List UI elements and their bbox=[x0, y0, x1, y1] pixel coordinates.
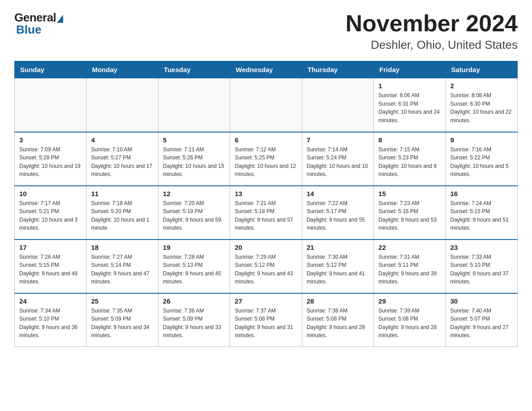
day-number: 24 bbox=[19, 297, 82, 305]
day-info: Sunrise: 7:18 AMSunset: 5:20 PMDaylight:… bbox=[91, 199, 153, 232]
table-row: 13Sunrise: 7:21 AMSunset: 5:18 PMDayligh… bbox=[230, 186, 302, 240]
day-info: Sunrise: 7:22 AMSunset: 5:17 PMDaylight:… bbox=[307, 199, 369, 232]
table-row: 17Sunrise: 7:26 AMSunset: 5:15 PMDayligh… bbox=[15, 240, 86, 293]
table-row: 5Sunrise: 7:11 AMSunset: 5:26 PMDaylight… bbox=[158, 132, 230, 186]
day-number: 7 bbox=[307, 136, 369, 144]
day-info: Sunrise: 7:37 AMSunset: 5:08 PMDaylight:… bbox=[235, 307, 297, 340]
day-info: Sunrise: 8:06 AMSunset: 6:31 PMDaylight:… bbox=[378, 91, 441, 124]
calendar-week-row: 10Sunrise: 7:17 AMSunset: 5:21 PMDayligh… bbox=[15, 186, 518, 240]
day-info: Sunrise: 7:27 AMSunset: 5:14 PMDaylight:… bbox=[91, 253, 153, 286]
day-number: 21 bbox=[307, 244, 369, 251]
col-saturday: Saturday bbox=[446, 61, 517, 78]
table-row: 12Sunrise: 7:20 AMSunset: 5:19 PMDayligh… bbox=[158, 186, 230, 240]
col-thursday: Thursday bbox=[302, 61, 373, 78]
day-number: 17 bbox=[19, 244, 82, 251]
day-number: 25 bbox=[91, 297, 153, 305]
day-info: Sunrise: 7:30 AMSunset: 5:12 PMDaylight:… bbox=[307, 253, 369, 286]
table-row: 27Sunrise: 7:37 AMSunset: 5:08 PMDayligh… bbox=[230, 293, 302, 347]
day-number: 16 bbox=[450, 190, 513, 197]
calendar-subtitle: Deshler, Ohio, United States bbox=[346, 38, 518, 52]
day-info: Sunrise: 7:12 AMSunset: 5:25 PMDaylight:… bbox=[235, 146, 297, 179]
logo-blue-text: Blue bbox=[16, 23, 41, 37]
day-info: Sunrise: 7:26 AMSunset: 5:15 PMDaylight:… bbox=[19, 253, 82, 286]
day-number: 20 bbox=[235, 244, 297, 251]
day-info: Sunrise: 7:28 AMSunset: 5:13 PMDaylight:… bbox=[163, 253, 225, 286]
table-row: 30Sunrise: 7:40 AMSunset: 5:07 PMDayligh… bbox=[446, 293, 517, 347]
table-row bbox=[230, 78, 302, 132]
day-number: 10 bbox=[19, 190, 82, 197]
day-info: Sunrise: 7:40 AMSunset: 5:07 PMDaylight:… bbox=[450, 307, 513, 340]
table-row: 28Sunrise: 7:38 AMSunset: 5:08 PMDayligh… bbox=[302, 293, 373, 347]
day-info: Sunrise: 7:35 AMSunset: 5:09 PMDaylight:… bbox=[91, 307, 153, 340]
day-number: 9 bbox=[450, 136, 513, 144]
col-tuesday: Tuesday bbox=[158, 61, 230, 78]
table-row: 16Sunrise: 7:24 AMSunset: 5:15 PMDayligh… bbox=[446, 186, 517, 240]
calendar-title: November 2024 bbox=[346, 11, 518, 36]
calendar-week-row: 17Sunrise: 7:26 AMSunset: 5:15 PMDayligh… bbox=[15, 240, 518, 293]
table-row bbox=[86, 78, 158, 132]
table-row: 9Sunrise: 7:16 AMSunset: 5:22 PMDaylight… bbox=[446, 132, 517, 186]
day-info: Sunrise: 7:39 AMSunset: 5:08 PMDaylight:… bbox=[378, 307, 441, 340]
calendar-table: Sunday Monday Tuesday Wednesday Thursday… bbox=[14, 61, 518, 347]
day-number: 13 bbox=[235, 190, 297, 197]
day-number: 6 bbox=[235, 136, 297, 144]
day-info: Sunrise: 7:11 AMSunset: 5:26 PMDaylight:… bbox=[163, 146, 225, 179]
table-row: 24Sunrise: 7:34 AMSunset: 5:10 PMDayligh… bbox=[15, 293, 86, 347]
table-row: 26Sunrise: 7:36 AMSunset: 5:09 PMDayligh… bbox=[158, 293, 230, 347]
calendar-week-row: 3Sunrise: 7:09 AMSunset: 5:28 PMDaylight… bbox=[15, 132, 518, 186]
day-number: 2 bbox=[450, 82, 513, 90]
day-info: Sunrise: 7:34 AMSunset: 5:10 PMDaylight:… bbox=[19, 307, 82, 340]
table-row: 20Sunrise: 7:29 AMSunset: 5:12 PMDayligh… bbox=[230, 240, 302, 293]
col-friday: Friday bbox=[374, 61, 446, 78]
table-row: 6Sunrise: 7:12 AMSunset: 5:25 PMDaylight… bbox=[230, 132, 302, 186]
day-info: Sunrise: 7:38 AMSunset: 5:08 PMDaylight:… bbox=[307, 307, 369, 340]
table-row: 3Sunrise: 7:09 AMSunset: 5:28 PMDaylight… bbox=[15, 132, 86, 186]
day-number: 29 bbox=[378, 297, 441, 305]
day-info: Sunrise: 7:20 AMSunset: 5:19 PMDaylight:… bbox=[163, 199, 225, 232]
table-row bbox=[15, 78, 86, 132]
table-row: 11Sunrise: 7:18 AMSunset: 5:20 PMDayligh… bbox=[86, 186, 158, 240]
table-row: 8Sunrise: 7:15 AMSunset: 5:23 PMDaylight… bbox=[374, 132, 446, 186]
day-number: 4 bbox=[91, 136, 153, 144]
calendar-week-row: 24Sunrise: 7:34 AMSunset: 5:10 PMDayligh… bbox=[15, 293, 518, 347]
table-row: 29Sunrise: 7:39 AMSunset: 5:08 PMDayligh… bbox=[374, 293, 446, 347]
table-row bbox=[302, 78, 373, 132]
table-row: 25Sunrise: 7:35 AMSunset: 5:09 PMDayligh… bbox=[86, 293, 158, 347]
day-info: Sunrise: 7:33 AMSunset: 5:10 PMDaylight:… bbox=[450, 253, 513, 286]
col-wednesday: Wednesday bbox=[230, 61, 302, 78]
table-row: 7Sunrise: 7:14 AMSunset: 5:24 PMDaylight… bbox=[302, 132, 373, 186]
table-row: 22Sunrise: 7:31 AMSunset: 5:11 PMDayligh… bbox=[374, 240, 446, 293]
table-row: 2Sunrise: 8:08 AMSunset: 6:30 PMDaylight… bbox=[446, 78, 517, 132]
day-number: 14 bbox=[307, 190, 369, 197]
col-sunday: Sunday bbox=[15, 61, 86, 78]
day-info: Sunrise: 7:23 AMSunset: 5:16 PMDaylight:… bbox=[378, 199, 441, 232]
table-row: 1Sunrise: 8:06 AMSunset: 6:31 PMDaylight… bbox=[374, 78, 446, 132]
day-info: Sunrise: 7:29 AMSunset: 5:12 PMDaylight:… bbox=[235, 253, 297, 286]
day-number: 1 bbox=[378, 82, 441, 90]
table-row: 15Sunrise: 7:23 AMSunset: 5:16 PMDayligh… bbox=[374, 186, 446, 240]
day-number: 12 bbox=[163, 190, 225, 197]
day-number: 23 bbox=[450, 244, 513, 251]
day-number: 8 bbox=[378, 136, 441, 144]
day-info: Sunrise: 7:24 AMSunset: 5:15 PMDaylight:… bbox=[450, 199, 513, 232]
day-number: 5 bbox=[163, 136, 225, 144]
table-row: 10Sunrise: 7:17 AMSunset: 5:21 PMDayligh… bbox=[15, 186, 86, 240]
page-header: General Blue November 2024 Deshler, Ohio… bbox=[14, 11, 518, 52]
day-info: Sunrise: 7:14 AMSunset: 5:24 PMDaylight:… bbox=[307, 146, 369, 179]
day-info: Sunrise: 7:16 AMSunset: 5:22 PMDaylight:… bbox=[450, 146, 513, 179]
logo-triangle-icon bbox=[57, 15, 63, 23]
table-row: 21Sunrise: 7:30 AMSunset: 5:12 PMDayligh… bbox=[302, 240, 373, 293]
table-row: 19Sunrise: 7:28 AMSunset: 5:13 PMDayligh… bbox=[158, 240, 230, 293]
calendar-week-row: 1Sunrise: 8:06 AMSunset: 6:31 PMDaylight… bbox=[15, 78, 518, 132]
day-info: Sunrise: 7:10 AMSunset: 5:27 PMDaylight:… bbox=[91, 146, 153, 179]
day-number: 3 bbox=[19, 136, 82, 144]
table-row: 14Sunrise: 7:22 AMSunset: 5:17 PMDayligh… bbox=[302, 186, 373, 240]
day-number: 18 bbox=[91, 244, 153, 251]
day-info: Sunrise: 7:15 AMSunset: 5:23 PMDaylight:… bbox=[378, 146, 441, 179]
calendar-header-row: Sunday Monday Tuesday Wednesday Thursday… bbox=[15, 61, 518, 78]
day-info: Sunrise: 7:36 AMSunset: 5:09 PMDaylight:… bbox=[163, 307, 225, 340]
col-monday: Monday bbox=[86, 61, 158, 78]
day-number: 27 bbox=[235, 297, 297, 305]
day-number: 30 bbox=[450, 297, 513, 305]
day-info: Sunrise: 7:21 AMSunset: 5:18 PMDaylight:… bbox=[235, 199, 297, 232]
